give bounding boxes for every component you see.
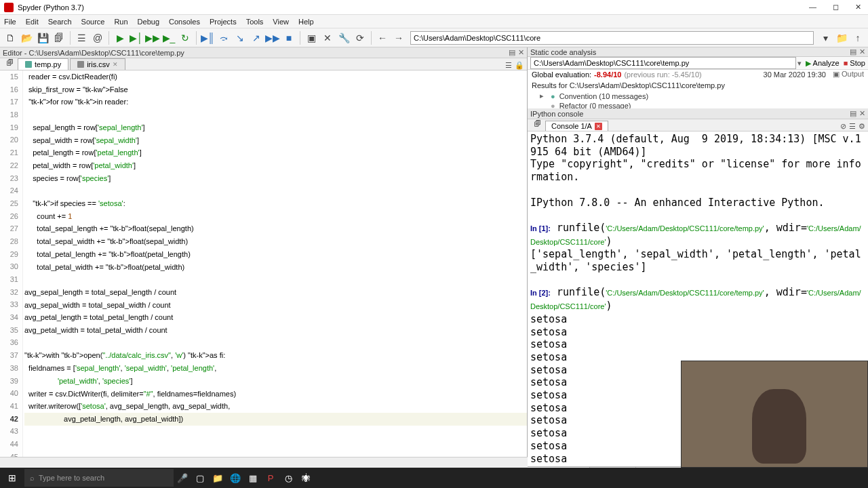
step-out-icon[interactable]: ↗ (249, 30, 264, 45)
stop-debug-icon[interactable]: ■ (281, 30, 296, 45)
app-icon-2[interactable]: ◷ (279, 468, 297, 488)
browse-dir-icon[interactable]: 📁 (834, 30, 849, 45)
forward-icon[interactable]: → (391, 30, 406, 45)
analysis-header: Static code analysis ▤✕ (528, 47, 868, 57)
analyze-button[interactable]: ▶Analyze (806, 59, 840, 68)
maximize-pane-icon[interactable]: ▣ (304, 30, 319, 45)
open-file-icon[interactable]: 📂 (19, 30, 34, 45)
app-icon (4, 3, 14, 12)
save-all-icon[interactable]: 🗐 (52, 30, 66, 45)
app-icon-1[interactable]: ▦ (244, 468, 262, 488)
menu-projects[interactable]: Projects (210, 18, 237, 26)
code-editor[interactable]: 1516171819202122232425262728293031323334… (0, 70, 527, 457)
console-tab[interactable]: Console 1/A✕ (545, 121, 608, 131)
analysis-results: Results for C:\Users\Adam\Desktop\CSC111… (528, 79, 868, 112)
close-button[interactable]: ✕ (852, 3, 864, 12)
editor-lock-icon[interactable]: 🔒 (515, 61, 524, 70)
powerpoint-icon[interactable]: P (262, 468, 279, 488)
list-icon[interactable]: ☰ (74, 30, 89, 45)
rerun-icon[interactable]: ↻ (178, 30, 193, 45)
console-close-icon[interactable]: ✕ (859, 109, 865, 118)
step-in-icon[interactable]: ↘ (233, 30, 248, 45)
run-icon[interactable]: ▶ (113, 30, 127, 45)
dir-dropdown-icon[interactable]: ▾ (818, 30, 833, 45)
run-cell-advance-icon[interactable]: ▶▶ (145, 30, 160, 45)
tab-iris-csv[interactable]: iris.csv✕ (70, 58, 125, 70)
analysis-path-dropdown-icon[interactable]: ▾ (797, 59, 802, 68)
back-icon[interactable]: ← (375, 30, 390, 45)
menu-run[interactable]: Run (114, 18, 127, 26)
python-path-icon[interactable]: ⟳ (353, 30, 368, 45)
menu-bar: File Edit Search Source Run Debug Consol… (0, 15, 868, 28)
taskbar-search[interactable]: ⌕ Type here to search (24, 469, 174, 487)
editor-options-icon[interactable]: ☰ (505, 61, 512, 70)
toolbar: 🗋 📂 💾 🗐 ☰ @ ▶ ▶│ ▶▶ ▶_ ↻ ▶║ ⤼ ↘ ↗ ▶▶ ■ ▣… (0, 28, 868, 47)
menu-tools[interactable]: Tools (246, 18, 264, 26)
start-button[interactable]: ⊞ (0, 468, 24, 488)
tab-temp-py[interactable]: temp.py (18, 58, 68, 70)
console-interrupt-icon[interactable]: ⊘ (840, 122, 846, 131)
menu-file[interactable]: File (4, 18, 16, 26)
menu-edit[interactable]: Edit (26, 18, 39, 26)
menu-debug[interactable]: Debug (138, 18, 159, 26)
console-menu-icon[interactable]: ☰ (849, 122, 856, 131)
browse-tabs-icon[interactable]: 🗐 (3, 55, 18, 70)
analysis-score-row: Global evaluation: -8.94/10 (previous ru… (528, 70, 868, 79)
window-title: Spyder (Python 3.7) (18, 3, 84, 12)
chrome-icon[interactable]: 🌐 (226, 468, 244, 488)
spyder-taskbar-icon[interactable]: 🕷 (297, 468, 315, 488)
analysis-path-input[interactable]: C:\Users\Adam\Desktop\CSC111\core\temp.p… (530, 57, 796, 69)
minimize-button[interactable]: — (806, 3, 819, 12)
pane-close-icon[interactable]: ✕ (518, 48, 524, 57)
analysis-output-button[interactable]: ▣ Output (833, 70, 864, 79)
mic-icon[interactable]: 🎤 (174, 468, 191, 488)
editor-header: Editor - C:\Users\Adam\Desktop\CSC111\co… (0, 47, 527, 58)
analysis-item-convention[interactable]: ▸●Convention (10 messages) (532, 91, 864, 101)
pane-options-icon[interactable]: ▤ (509, 48, 515, 57)
run-cell-icon[interactable]: ▶│ (129, 30, 144, 45)
console-gear-icon[interactable]: ⚙ (859, 122, 865, 131)
console-options-icon[interactable]: ▤ (850, 109, 856, 118)
fullscreen-icon[interactable]: ✕ (320, 30, 335, 45)
webcam-overlay (681, 361, 868, 468)
maximize-button[interactable]: ◻ (830, 3, 842, 12)
console-header: IPython console ▤✕ (528, 108, 868, 119)
debug-icon[interactable]: ▶║ (200, 30, 215, 45)
title-bar: Spyder (Python 3.7) — ◻ ✕ (0, 0, 868, 15)
editor-tabs: 🗐 temp.py iris.csv✕ ☰🔒 (0, 58, 527, 70)
analysis-options-icon[interactable]: ▤ (850, 47, 856, 56)
preferences-icon[interactable]: 🔧 (336, 30, 351, 45)
menu-consoles[interactable]: Consoles (169, 18, 200, 26)
step-over-icon[interactable]: ⤼ (216, 30, 231, 45)
new-file-icon[interactable]: 🗋 (3, 30, 18, 45)
task-view-icon[interactable]: ▢ (191, 468, 209, 488)
explorer-icon[interactable]: 📁 (209, 468, 226, 488)
save-icon[interactable]: 💾 (35, 30, 50, 45)
menu-view[interactable]: View (273, 18, 289, 26)
menu-help[interactable]: Help (298, 18, 314, 26)
menu-source[interactable]: Source (81, 18, 105, 26)
analysis-close-icon[interactable]: ✕ (859, 47, 865, 56)
parent-dir-icon[interactable]: ↑ (850, 30, 865, 45)
working-dir-input[interactable]: C:\Users\Adam\Desktop\CSC111\core (410, 31, 814, 45)
menu-search[interactable]: Search (48, 18, 72, 26)
console-tab-close-icon[interactable]: ✕ (595, 123, 602, 130)
console-browse-icon[interactable]: 🗐 (530, 116, 545, 131)
continue-icon[interactable]: ▶▶ (265, 30, 280, 45)
analysis-stop-button[interactable]: ■Stop (844, 59, 865, 67)
run-selection-icon[interactable]: ▶_ (161, 30, 176, 45)
windows-taskbar: ⊞ ⌕ Type here to search 🎤 ▢ 📁 🌐 ▦ P ◷ 🕷 (0, 468, 868, 488)
at-icon[interactable]: @ (90, 30, 105, 45)
